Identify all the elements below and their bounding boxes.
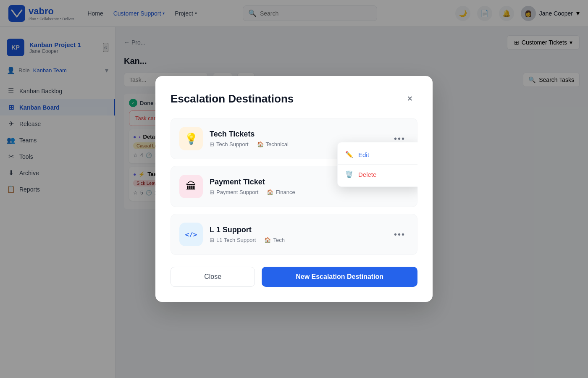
team-label-l1: Tech <box>273 237 284 243</box>
edit-icon: ✏️ <box>345 151 353 158</box>
escalation-destinations-modal: Escalation Destinations × 💡 Tech Tickets… <box>155 76 433 302</box>
modal-title: Escalation Destinations <box>171 92 294 105</box>
dest-more-button-l1[interactable]: ••• <box>391 228 409 241</box>
dest-icon-tech-tickets: 💡 <box>179 127 203 150</box>
table-icon: ⊞ <box>210 189 214 195</box>
project-label-tech: Tech Support <box>216 141 249 147</box>
context-menu-edit[interactable]: ✏️ Edit <box>338 146 417 163</box>
dest-team-l1: 🏠 Tech <box>264 237 284 243</box>
dest-project-l1: ⊞ L1 Tech Support <box>210 237 256 243</box>
dest-name-l1: L 1 Support <box>210 226 384 234</box>
dest-team-tech: 🏠 Technical <box>257 141 289 147</box>
project-label-payment: Payment Support <box>216 189 258 195</box>
delete-icon: 🗑️ <box>345 171 353 178</box>
team-label-tech: Technical <box>266 141 289 147</box>
modal-overlay[interactable]: Escalation Destinations × 💡 Tech Tickets… <box>0 0 588 378</box>
dest-name-tech-tickets: Tech Tickets <box>210 130 384 139</box>
close-button[interactable]: Close <box>171 267 255 287</box>
destination-l1-support: </> L 1 Support ⊞ L1 Tech Support 🏠 Tech <box>171 214 417 255</box>
edit-label: Edit <box>358 151 369 158</box>
home-icon: 🏠 <box>264 237 271 243</box>
home-icon: 🏠 <box>267 189 273 195</box>
modal-close-button[interactable]: × <box>402 91 417 106</box>
dest-project-tech: ⊞ Tech Support <box>210 141 249 147</box>
project-label-l1: L1 Tech Support <box>216 237 256 243</box>
context-menu-delete[interactable]: 🗑️ Delete <box>338 165 417 183</box>
delete-label: Delete <box>358 171 376 178</box>
home-icon: 🏠 <box>257 141 264 147</box>
dest-icon-l1: </> <box>179 223 203 246</box>
destinations-list: 💡 Tech Tickets ⊞ Tech Support 🏠 Technica… <box>171 118 417 255</box>
team-label-payment: Finance <box>276 189 295 195</box>
dest-meta-l1: ⊞ L1 Tech Support 🏠 Tech <box>210 237 384 243</box>
context-menu: ✏️ Edit 🗑️ Delete <box>337 142 417 187</box>
dest-team-payment: 🏠 Finance <box>267 189 295 195</box>
table-icon: ⊞ <box>210 237 214 243</box>
dest-icon-payment: 🏛 <box>179 175 203 198</box>
context-menu-divider <box>338 164 417 165</box>
dest-meta-payment: ⊞ Payment Support 🏠 Finance <box>210 189 409 195</box>
table-icon: ⊞ <box>210 141 214 147</box>
new-escalation-destination-button[interactable]: New Escalation Destination <box>262 267 417 287</box>
dest-project-payment: ⊞ Payment Support <box>210 189 258 195</box>
modal-footer: Close New Escalation Destination <box>171 267 417 287</box>
modal-header: Escalation Destinations × <box>171 91 417 106</box>
destination-tech-tickets: 💡 Tech Tickets ⊞ Tech Support 🏠 Technica… <box>171 118 417 159</box>
dest-info-l1: L 1 Support ⊞ L1 Tech Support 🏠 Tech <box>210 226 384 243</box>
